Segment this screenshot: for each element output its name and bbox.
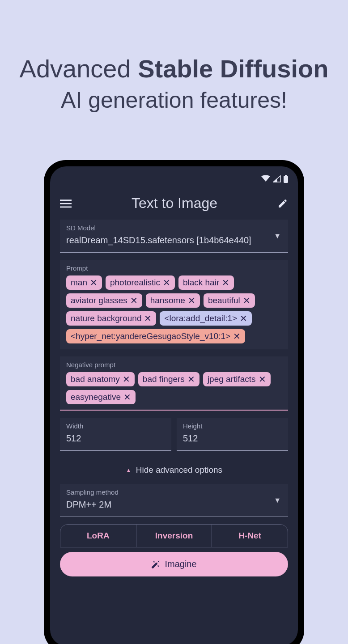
token-chip[interactable]: bad fingers✕ <box>138 372 199 386</box>
tab-h-net[interactable]: H-Net <box>212 525 288 547</box>
close-icon[interactable]: ✕ <box>222 278 229 287</box>
token-chip[interactable]: aviator glasses✕ <box>66 293 142 308</box>
chip-text: <hyper_net:yandereGesugaoStyle_v10:1> <box>71 331 230 341</box>
close-icon[interactable]: ✕ <box>123 375 130 384</box>
sampling-method-select[interactable]: Sampling method DPM++ 2M ▼ <box>60 484 288 517</box>
chip-text: jpeg artifacts <box>208 374 256 384</box>
token-chip[interactable]: bad anatomy✕ <box>66 372 135 386</box>
close-icon[interactable]: ✕ <box>233 332 241 341</box>
close-icon[interactable]: ✕ <box>259 375 266 384</box>
close-icon[interactable]: ✕ <box>243 296 250 305</box>
hamburger-icon <box>60 198 72 209</box>
close-icon[interactable]: ✕ <box>90 278 98 287</box>
imagine-button[interactable]: Imagine <box>60 552 288 576</box>
token-chip[interactable]: nature background✕ <box>66 311 156 326</box>
prompt-label: Prompt <box>66 264 282 272</box>
content: SD Model realDream_14SD15.safetensors [1… <box>50 220 298 644</box>
wand-icon <box>151 560 160 569</box>
wifi-icon <box>261 175 270 182</box>
chevron-down-icon: ▼ <box>274 496 281 504</box>
imagine-label: Imagine <box>165 559 196 569</box>
close-icon[interactable]: ✕ <box>123 393 131 402</box>
close-icon[interactable]: ✕ <box>163 278 170 287</box>
tab-bar: LoRAInversionH-Net <box>60 524 288 547</box>
battery-icon <box>284 175 288 183</box>
status-bar <box>50 166 298 191</box>
height-value: 512 <box>183 432 282 445</box>
close-icon[interactable]: ✕ <box>130 296 138 305</box>
token-chip[interactable]: easynegative✕ <box>66 390 136 404</box>
headline-line1: Advanced Stable Diffusion <box>7 54 341 84</box>
chip-text: black hair <box>183 278 219 288</box>
prompt-chips: man✕photorealistic✕black hair✕aviator gl… <box>66 275 282 343</box>
svg-rect-0 <box>284 176 288 183</box>
svg-rect-4 <box>60 206 72 208</box>
token-chip[interactable]: photorealistic✕ <box>106 275 175 290</box>
screen: Text to Image SD Model realDream_14SD15.… <box>50 166 298 644</box>
advanced-toggle[interactable]: ▲ Hide advanced options <box>60 460 288 484</box>
token-chip[interactable]: <hyper_net:yandereGesugaoStyle_v10:1>✕ <box>66 329 245 343</box>
token-chip[interactable]: beautiful✕ <box>204 293 255 308</box>
svg-rect-2 <box>60 199 72 201</box>
chip-text: aviator glasses <box>71 296 127 305</box>
chip-text: easynegative <box>71 392 121 402</box>
headline-prefix: Advanced <box>20 55 138 83</box>
token-chip[interactable]: jpeg artifacts✕ <box>203 372 271 386</box>
close-icon[interactable]: ✕ <box>187 375 195 384</box>
height-label: Height <box>183 422 282 430</box>
headline-line2: AI generation features! <box>7 87 341 113</box>
close-icon[interactable]: ✕ <box>188 296 195 305</box>
phone-frame: Text to Image SD Model realDream_14SD15.… <box>44 160 304 644</box>
dimensions-row: Width 512 Height 512 <box>60 418 288 451</box>
prompt-field[interactable]: Prompt man✕photorealistic✕black hair✕avi… <box>60 260 288 349</box>
width-label: Width <box>66 422 165 430</box>
svg-rect-3 <box>60 203 72 204</box>
edit-button[interactable] <box>277 198 288 209</box>
triangle-up-icon: ▲ <box>126 467 132 474</box>
chevron-down-icon: ▼ <box>274 232 281 240</box>
close-icon[interactable]: ✕ <box>240 314 247 323</box>
chip-text: <lora:add_detail:1> <box>164 314 237 323</box>
negative-chips: bad anatomy✕bad fingers✕jpeg artifacts✕e… <box>66 372 282 404</box>
headline-bold: Stable Diffusion <box>138 55 328 83</box>
app-bar: Text to Image <box>50 191 298 220</box>
sd-model-value: realDream_14SD15.safetensors [1b4b64e440… <box>66 233 282 247</box>
sampling-label: Sampling method <box>66 488 282 496</box>
pencil-icon <box>277 198 288 209</box>
token-chip[interactable]: man✕ <box>66 275 102 290</box>
marketing-headline: Advanced Stable Diffusion AI generation … <box>0 0 348 113</box>
token-chip[interactable]: <lora:add_detail:1>✕ <box>160 311 252 326</box>
chip-text: beautiful <box>208 296 240 305</box>
sd-model-select[interactable]: SD Model realDream_14SD15.safetensors [1… <box>60 220 288 253</box>
width-value: 512 <box>66 432 165 445</box>
sd-model-label: SD Model <box>66 224 282 232</box>
height-input[interactable]: Height 512 <box>177 418 288 451</box>
chip-text: nature background <box>71 314 141 323</box>
sampling-value: DPM++ 2M <box>66 498 282 511</box>
signal-icon <box>273 175 281 182</box>
menu-button[interactable] <box>60 198 72 209</box>
chip-text: hansome <box>150 296 185 305</box>
width-input[interactable]: Width 512 <box>60 418 171 451</box>
chip-text: man <box>71 278 87 288</box>
chip-text: bad anatomy <box>71 374 120 384</box>
close-icon[interactable]: ✕ <box>144 314 152 323</box>
tab-lora[interactable]: LoRA <box>60 525 136 547</box>
tab-inversion[interactable]: Inversion <box>136 525 212 547</box>
svg-rect-1 <box>285 175 287 176</box>
page-title: Text to Image <box>132 195 217 212</box>
advanced-toggle-label: Hide advanced options <box>136 465 222 475</box>
chip-text: photorealistic <box>110 278 160 288</box>
chip-text: bad fingers <box>143 374 185 384</box>
token-chip[interactable]: black hair✕ <box>178 275 234 290</box>
token-chip[interactable]: hansome✕ <box>146 293 200 308</box>
negative-prompt-field[interactable]: Negative prompt bad anatomy✕bad fingers✕… <box>60 356 288 411</box>
negative-label: Negative prompt <box>66 361 282 369</box>
